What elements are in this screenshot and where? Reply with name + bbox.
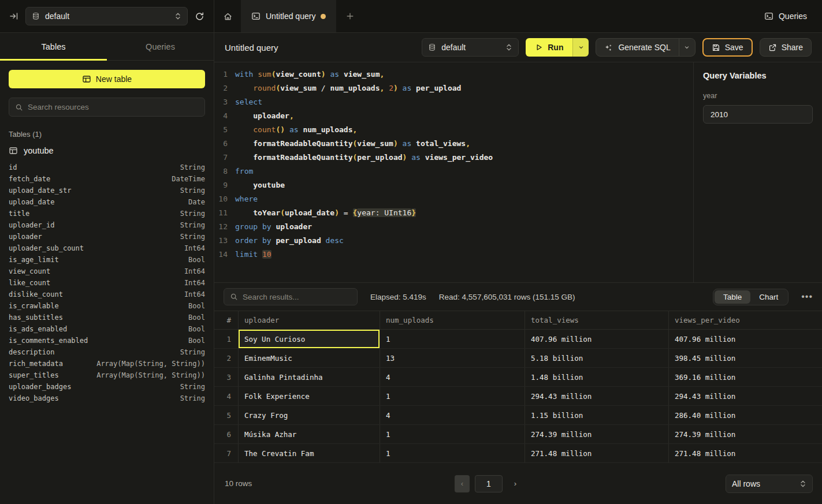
schema-column-row[interactable]: is_crawlableBool [9, 300, 205, 312]
generate-sql-button[interactable]: Generate SQL [596, 39, 678, 56]
code-token: upload_date [285, 208, 334, 217]
table-cell[interactable]: 4 [380, 406, 525, 424]
generate-sql-options-caret[interactable] [679, 39, 695, 56]
home-button[interactable] [214, 0, 241, 32]
table-cell[interactable]: 407.96 million [525, 330, 668, 348]
schema-column-row[interactable]: is_ads_enabledBool [9, 323, 205, 335]
table-cell[interactable]: Músika Azhar [238, 425, 380, 443]
schema-column-row[interactable]: upload_dateDate [9, 196, 205, 208]
schema-column-row[interactable]: uploader_idString [9, 219, 205, 231]
page-size-select[interactable]: All rows [726, 475, 813, 493]
header-total-views[interactable]: total_views [525, 311, 668, 329]
table-cell[interactable]: Crazy Frog [238, 406, 380, 424]
generate-sql-button-label: Generate SQL [618, 43, 670, 52]
table-cell[interactable]: 4 [380, 368, 525, 386]
schema-column-name: rich_metadata [9, 360, 63, 368]
code-line: 1with sum(view_count) as view_sum, [214, 68, 693, 81]
results-more-button[interactable]: ••• [801, 292, 813, 302]
schema-column-type: Int64 [184, 290, 205, 298]
database-icon [32, 12, 40, 20]
table-cell[interactable]: Soy Un Curioso [238, 330, 380, 348]
share-button[interactable]: Share [760, 38, 812, 57]
view-toggle-table[interactable]: Table [715, 290, 750, 304]
schema-column-name: is_comments_enabled [9, 337, 88, 345]
variable-input-year[interactable] [703, 105, 813, 124]
table-cell[interactable]: 286.40 million [668, 406, 822, 424]
view-toggle-chart[interactable]: Chart [750, 290, 787, 304]
sql-editor[interactable]: 1with sum(view_count) as view_sum,2round… [214, 62, 693, 282]
results-search-input[interactable] [243, 293, 351, 301]
table-cell[interactable]: 294.43 million [668, 387, 822, 405]
header-num-uploads[interactable]: num_uploads [380, 311, 525, 329]
sidebar-tab-tables[interactable]: Tables [0, 33, 107, 60]
schema-column-row[interactable]: uploaderString [9, 231, 205, 242]
schema-column-name: uploader_badges [9, 383, 71, 391]
schema-column-row[interactable]: view_countInt64 [9, 266, 205, 277]
schema-column-row[interactable]: has_subtitlesBool [9, 312, 205, 323]
read-stat: Read: 4,557,605,031 rows (151.15 GB) [439, 293, 575, 301]
query-database-select-value: default [441, 43, 500, 52]
schema-column-row[interactable]: descriptionString [9, 346, 205, 358]
schema-column-row[interactable]: uploader_badgesString [9, 381, 205, 393]
code-token: ) [393, 139, 398, 148]
schema-column-row[interactable]: super_titlesArray(Map(String, String)) [9, 369, 205, 381]
results-panel: Elapsed: 5.419s Read: 4,557,605,031 rows… [214, 283, 822, 504]
queries-button[interactable]: Queries [764, 12, 807, 21]
table-cell[interactable]: 1 [380, 444, 525, 462]
table-cell[interactable]: 1 [380, 425, 525, 443]
schema-column-row[interactable]: titleString [9, 208, 205, 219]
database-select-value: default [45, 12, 169, 21]
table-cell[interactable]: 1.15 billion [525, 406, 668, 424]
code-token [339, 70, 344, 79]
table-cell[interactable]: Folk Experience [238, 387, 380, 405]
table-cell[interactable]: 407.96 million [668, 330, 822, 348]
code-token [384, 84, 389, 92]
schema-column-row[interactable]: uploader_sub_countInt64 [9, 242, 205, 254]
table-cell[interactable]: The Crevatin Fam [238, 444, 380, 462]
table-cell[interactable]: 1.48 billion [525, 368, 668, 386]
refresh-button[interactable] [195, 12, 204, 21]
tab-untitled-query[interactable]: Untitled query [241, 0, 336, 32]
table-item-youtube[interactable]: youtube [9, 146, 205, 155]
database-select[interactable]: default [25, 7, 188, 25]
query-database-select[interactable]: default [422, 38, 519, 57]
new-table-button[interactable]: New table [9, 70, 205, 88]
table-cell[interactable]: 398.45 million [668, 349, 822, 367]
table-cell[interactable]: Galinha Pintadinha [238, 368, 380, 386]
table-cell[interactable]: 1 [380, 387, 525, 405]
line-content: where [235, 192, 693, 206]
schema-column-row[interactable]: like_countInt64 [9, 277, 205, 289]
sidebar-tab-queries[interactable]: Queries [107, 33, 214, 60]
schema-column-row[interactable]: idString [9, 162, 205, 173]
schema-column-row[interactable]: fetch_dateDateTime [9, 173, 205, 185]
run-options-caret[interactable] [572, 38, 589, 57]
table-cell[interactable]: 274.39 million [525, 425, 668, 443]
run-button[interactable]: Run [526, 38, 572, 57]
table-cell[interactable]: 274.39 million [668, 425, 822, 443]
next-page-button[interactable]: › [508, 475, 523, 492]
table-cell[interactable]: 271.48 million [668, 444, 822, 462]
previous-page-button[interactable]: ‹ [455, 475, 470, 492]
schema-column-row[interactable]: is_age_limitBool [9, 254, 205, 266]
schema-column-row[interactable]: upload_date_strString [9, 185, 205, 196]
page-number-input[interactable] [475, 475, 503, 492]
main-panel: Untitled query default Run [214, 33, 822, 504]
table-cell[interactable]: EminemMusic [238, 349, 380, 367]
table-cell[interactable]: 271.48 million [525, 444, 668, 462]
header-uploader[interactable]: uploader [238, 311, 380, 329]
table-cell[interactable]: 13 [380, 349, 525, 367]
search-icon [15, 103, 23, 111]
table-cell[interactable]: 1 [380, 330, 525, 348]
schema-column-row[interactable]: video_badgesString [9, 393, 205, 404]
table-cell[interactable]: 294.43 million [525, 387, 668, 405]
table-cell[interactable]: 369.16 million [668, 368, 822, 386]
new-tab-button[interactable] [336, 0, 364, 32]
schema-column-row[interactable]: dislike_countInt64 [9, 289, 205, 300]
header-views-per-video[interactable]: views_per_video [668, 311, 822, 329]
save-button[interactable]: Save [702, 38, 753, 57]
schema-column-row[interactable]: rich_metadataArray(Map(String, String)) [9, 358, 205, 369]
resource-search-input[interactable] [28, 103, 199, 111]
table-cell[interactable]: 5.18 billion [525, 349, 668, 367]
schema-column-row[interactable]: is_comments_enabledBool [9, 335, 205, 346]
collapse-sidebar-button[interactable] [9, 12, 18, 21]
